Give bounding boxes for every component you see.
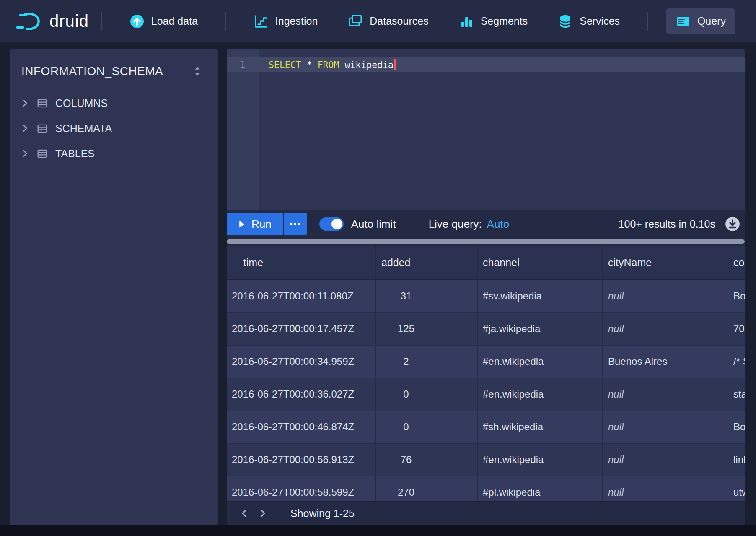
table-cell: null [603,378,728,411]
table-cell: 70: [728,312,745,345]
druid-brand[interactable]: druid [15,11,89,31]
table-cell: Bo [728,280,745,312]
chevron-right-icon [21,99,30,108]
column-header[interactable]: cityName [603,246,728,280]
sidebar-item-columns[interactable]: COLUMNS [10,91,218,116]
load-data-icon [129,14,145,29]
double-caret-vertical-icon[interactable] [193,66,202,77]
results-table-wrap: __timeaddedchannelcityNameco 2016-06-27T… [227,246,745,501]
table-cell: 76 [376,443,477,476]
table-cell: 2016-06-27T00:00:34.959Z [227,345,376,378]
table-grid-icon [36,123,48,134]
nav-divider [647,12,648,31]
table-cell: #sv.wikipedia [477,280,603,312]
table-row: 2016-06-27T00:00:36.027Z0#en.wikipedianu… [227,378,745,411]
table-cell: /* S [728,345,745,378]
auto-limit-toggle[interactable] [319,217,344,231]
chevron-right-icon [21,124,30,133]
download-button[interactable] [725,216,740,232]
more-options-button[interactable]: ••• [284,213,307,235]
top-navbar: druid Load data Ingestion Datasou [0,0,756,42]
nav-item-segments[interactable]: Segments [450,8,537,34]
nav-item-ingestion[interactable]: Ingestion [244,8,327,34]
results-table: __timeaddedchannelcityNameco 2016-06-27T… [227,246,745,501]
showing-label: Showing 1-25 [290,507,355,520]
play-icon [238,220,246,228]
nav-item-query[interactable]: Query [666,8,735,34]
table-row: 2016-06-27T00:00:46.874Z0#sh.wikipedianu… [227,411,745,443]
sidebar-item-tables[interactable]: TABLES [10,141,218,166]
table-row: 2016-06-27T00:00:34.959Z2#en.wikipediaBu… [227,345,745,378]
sql-keyword: FROM [318,60,339,70]
ingestion-icon [254,14,269,29]
table-cell: null [603,280,728,312]
table-cell: Buenos Aires [603,345,728,378]
schema-title: INFORMATION_SCHEMA [21,65,163,78]
schema-panel: INFORMATION_SCHEMA COLUMNS [10,49,218,525]
nav-item-label: Load data [151,15,198,27]
sql-code: SELECT*FROMwikipedia [269,59,396,70]
table-cell: 2016-06-27T00:00:36.027Z [227,378,376,411]
nav-item-datasources[interactable]: Datasources [339,8,438,34]
horizontal-scrollbar[interactable] [227,239,745,244]
schema-header: INFORMATION_SCHEMA [10,49,218,87]
brand-name: druid [49,12,89,31]
segments-icon [459,14,474,29]
druid-logo-icon [15,11,41,31]
more-icon: ••• [290,219,301,229]
tree-item-label: TABLES [55,148,95,160]
table-row: 2016-06-27T00:00:58.599Z270#pl.wikipedia… [227,476,745,501]
table-cell: linl [728,443,745,476]
services-icon [558,14,573,29]
toggle-knob [331,219,342,229]
table-cell: 2016-06-27T00:00:11.080Z [227,280,376,312]
line-number: 1 [227,60,259,70]
sql-operator: * [307,60,312,70]
datasources-icon [348,14,363,29]
text-cursor [394,59,396,70]
table-cell: 0 [376,378,477,411]
table-cell: null [603,312,728,345]
nav-item-label: Ingestion [275,15,318,27]
header-row: __timeaddedchannelcityNameco [227,246,745,280]
sidebar-item-schemata[interactable]: SCHEMATA [10,116,218,141]
bottom-strip [0,525,756,536]
table-cell: 2016-06-27T00:00:58.599Z [227,476,376,501]
table-cell: sta [728,378,745,411]
table-row: 2016-06-27T00:00:11.080Z31#sv.wikipedian… [227,280,745,312]
nav-item-label: Services [580,15,620,27]
table-cell: #en.wikipedia [477,345,603,378]
editor-gutter [227,49,259,210]
nav-item-services[interactable]: Services [549,8,629,34]
column-header[interactable]: channel [477,246,603,280]
table-cell: 2016-06-27T00:00:56.913Z [227,443,376,476]
sql-editor[interactable]: 1 SELECT*FROMwikipedia [227,49,745,210]
table-cell: 270 [376,476,477,501]
nav-item-label: Segments [481,15,528,27]
table-row: 2016-06-27T00:00:56.913Z76#en.wikipedian… [227,443,745,476]
prev-page-button[interactable] [235,504,254,523]
run-button[interactable]: Run [227,213,283,235]
code-line: 1 SELECT*FROMwikipedia [227,57,745,72]
column-header[interactable]: __time [227,246,376,280]
next-page-button[interactable] [254,504,272,523]
live-query-value[interactable]: Auto [487,218,510,231]
table-cell: 31 [376,280,477,312]
table-cell: 0 [376,411,477,443]
nav-item-load-data[interactable]: Load data [120,8,207,34]
table-cell: #en.wikipedia [477,378,603,411]
column-header[interactable]: added [376,246,477,280]
sql-identifier: wikipedia [344,60,394,70]
column-header[interactable]: co [728,246,745,280]
table-cell: #en.wikipedia [477,443,603,476]
table-cell: utw [728,476,745,501]
nav-item-label: Query [697,15,726,27]
table-cell: null [603,411,728,443]
results-info: 100+ results in 0.10s [619,218,715,230]
table-cell: null [603,476,728,501]
table-grid-icon [36,148,48,159]
schema-tree: COLUMNS SCHEMATA [10,87,218,166]
auto-limit-label: Auto limit [351,218,396,231]
run-label: Run [251,218,272,231]
pagination-footer: Showing 1-25 [227,501,745,525]
